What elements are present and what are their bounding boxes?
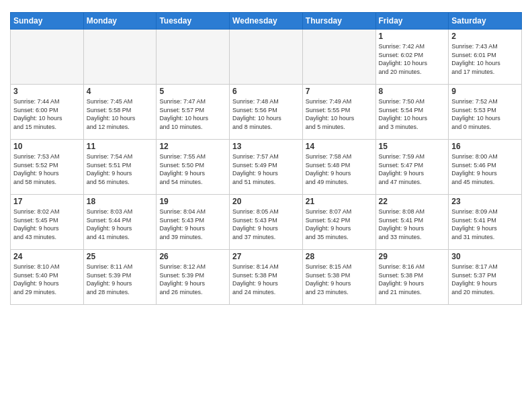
calendar-week-row: 1Sunrise: 7:42 AM Sunset: 6:02 PM Daylig… bbox=[11, 30, 522, 85]
day-number: 10 bbox=[13, 142, 81, 151]
calendar-day: 8Sunrise: 7:50 AM Sunset: 5:54 PM Daylig… bbox=[375, 85, 449, 140]
day-info: Sunrise: 8:08 AM Sunset: 5:41 PM Dayligh… bbox=[379, 208, 446, 241]
day-number: 28 bbox=[306, 252, 373, 261]
day-info: Sunrise: 8:17 AM Sunset: 5:37 PM Dayligh… bbox=[451, 263, 519, 296]
calendar-day: 23Sunrise: 8:09 AM Sunset: 5:41 PM Dayli… bbox=[449, 195, 522, 250]
calendar-day bbox=[11, 30, 84, 85]
page-container: General Blue SundayMondayTuesdayWednesda… bbox=[0, 0, 532, 312]
day-info: Sunrise: 7:42 AM Sunset: 6:02 PM Dayligh… bbox=[379, 42, 446, 76]
weekday-header: Sunday bbox=[11, 13, 84, 30]
day-number: 26 bbox=[159, 252, 226, 261]
day-number: 19 bbox=[159, 197, 226, 206]
day-info: Sunrise: 7:54 AM Sunset: 5:51 PM Dayligh… bbox=[87, 152, 154, 186]
day-info: Sunrise: 8:11 AM Sunset: 5:39 PM Dayligh… bbox=[87, 263, 154, 296]
day-number: 4 bbox=[87, 87, 154, 96]
calendar-day: 21Sunrise: 8:07 AM Sunset: 5:42 PM Dayli… bbox=[302, 195, 375, 250]
day-number: 21 bbox=[306, 197, 373, 206]
day-info: Sunrise: 7:45 AM Sunset: 5:58 PM Dayligh… bbox=[87, 97, 154, 131]
calendar-day: 12Sunrise: 7:55 AM Sunset: 5:50 PM Dayli… bbox=[157, 140, 230, 195]
day-number: 8 bbox=[379, 87, 446, 96]
day-number: 16 bbox=[451, 142, 519, 151]
day-number: 13 bbox=[232, 142, 300, 151]
day-number: 1 bbox=[379, 32, 446, 41]
calendar-day bbox=[230, 30, 303, 85]
day-number: 14 bbox=[306, 142, 373, 151]
day-number: 18 bbox=[87, 197, 154, 206]
weekday-header: Tuesday bbox=[157, 13, 230, 30]
weekday-header: Wednesday bbox=[230, 13, 303, 30]
day-info: Sunrise: 7:52 AM Sunset: 5:53 PM Dayligh… bbox=[451, 97, 519, 131]
day-info: Sunrise: 8:09 AM Sunset: 5:41 PM Dayligh… bbox=[451, 208, 519, 241]
day-number: 22 bbox=[379, 197, 446, 206]
day-info: Sunrise: 8:16 AM Sunset: 5:38 PM Dayligh… bbox=[379, 263, 446, 296]
calendar-day bbox=[83, 30, 157, 85]
calendar-day: 26Sunrise: 8:12 AM Sunset: 5:39 PM Dayli… bbox=[157, 250, 230, 305]
day-info: Sunrise: 8:12 AM Sunset: 5:39 PM Dayligh… bbox=[159, 263, 226, 296]
day-info: Sunrise: 8:14 AM Sunset: 5:38 PM Dayligh… bbox=[232, 263, 300, 296]
calendar-day: 16Sunrise: 8:00 AM Sunset: 5:46 PM Dayli… bbox=[449, 140, 522, 195]
calendar-day: 7Sunrise: 7:49 AM Sunset: 5:55 PM Daylig… bbox=[302, 85, 375, 140]
day-info: Sunrise: 7:55 AM Sunset: 5:50 PM Dayligh… bbox=[159, 152, 226, 186]
weekday-header: Friday bbox=[375, 13, 449, 30]
calendar-day: 22Sunrise: 8:08 AM Sunset: 5:41 PM Dayli… bbox=[375, 195, 449, 250]
calendar-day: 14Sunrise: 7:58 AM Sunset: 5:48 PM Dayli… bbox=[302, 140, 375, 195]
day-number: 5 bbox=[159, 87, 226, 96]
day-number: 23 bbox=[451, 197, 519, 206]
weekday-header: Monday bbox=[83, 13, 157, 30]
calendar-day: 6Sunrise: 7:48 AM Sunset: 5:56 PM Daylig… bbox=[230, 85, 303, 140]
day-number: 6 bbox=[232, 87, 300, 96]
calendar-week-row: 24Sunrise: 8:10 AM Sunset: 5:40 PM Dayli… bbox=[11, 250, 522, 305]
day-info: Sunrise: 7:43 AM Sunset: 6:01 PM Dayligh… bbox=[451, 42, 519, 76]
day-info: Sunrise: 8:03 AM Sunset: 5:44 PM Dayligh… bbox=[87, 208, 154, 241]
calendar-day: 15Sunrise: 7:59 AM Sunset: 5:47 PM Dayli… bbox=[375, 140, 449, 195]
day-number: 30 bbox=[451, 252, 519, 261]
calendar-day: 10Sunrise: 7:53 AM Sunset: 5:52 PM Dayli… bbox=[11, 140, 84, 195]
day-info: Sunrise: 8:02 AM Sunset: 5:45 PM Dayligh… bbox=[13, 208, 81, 241]
day-number: 12 bbox=[159, 142, 226, 151]
day-number: 25 bbox=[87, 252, 154, 261]
calendar-day: 1Sunrise: 7:42 AM Sunset: 6:02 PM Daylig… bbox=[375, 30, 449, 85]
calendar-day: 17Sunrise: 8:02 AM Sunset: 5:45 PM Dayli… bbox=[11, 195, 84, 250]
day-info: Sunrise: 8:10 AM Sunset: 5:40 PM Dayligh… bbox=[13, 263, 81, 296]
day-number: 27 bbox=[232, 252, 300, 261]
day-info: Sunrise: 7:50 AM Sunset: 5:54 PM Dayligh… bbox=[379, 97, 446, 131]
calendar-day: 5Sunrise: 7:47 AM Sunset: 5:57 PM Daylig… bbox=[157, 85, 230, 140]
calendar-day: 28Sunrise: 8:15 AM Sunset: 5:38 PM Dayli… bbox=[302, 250, 375, 305]
calendar-week-row: 3Sunrise: 7:44 AM Sunset: 6:00 PM Daylig… bbox=[11, 85, 522, 140]
day-info: Sunrise: 7:59 AM Sunset: 5:47 PM Dayligh… bbox=[379, 152, 446, 186]
calendar-table: SundayMondayTuesdayWednesdayThursdayFrid… bbox=[10, 12, 522, 305]
calendar-day: 3Sunrise: 7:44 AM Sunset: 6:00 PM Daylig… bbox=[11, 85, 84, 140]
day-number: 11 bbox=[87, 142, 154, 151]
day-number: 2 bbox=[451, 32, 519, 41]
calendar-day: 2Sunrise: 7:43 AM Sunset: 6:01 PM Daylig… bbox=[449, 30, 522, 85]
day-info: Sunrise: 7:47 AM Sunset: 5:57 PM Dayligh… bbox=[159, 97, 226, 131]
day-info: Sunrise: 8:07 AM Sunset: 5:42 PM Dayligh… bbox=[306, 208, 373, 241]
day-info: Sunrise: 7:48 AM Sunset: 5:56 PM Dayligh… bbox=[232, 97, 300, 131]
day-number: 17 bbox=[13, 197, 81, 206]
calendar-day: 25Sunrise: 8:11 AM Sunset: 5:39 PM Dayli… bbox=[83, 250, 157, 305]
day-number: 29 bbox=[379, 252, 446, 261]
day-number: 20 bbox=[232, 197, 300, 206]
day-number: 7 bbox=[306, 87, 373, 96]
day-info: Sunrise: 7:44 AM Sunset: 6:00 PM Dayligh… bbox=[13, 97, 81, 131]
day-info: Sunrise: 8:15 AM Sunset: 5:38 PM Dayligh… bbox=[306, 263, 373, 296]
calendar-day bbox=[302, 30, 375, 85]
weekday-header: Thursday bbox=[302, 13, 375, 30]
calendar-day: 9Sunrise: 7:52 AM Sunset: 5:53 PM Daylig… bbox=[449, 85, 522, 140]
day-info: Sunrise: 8:05 AM Sunset: 5:43 PM Dayligh… bbox=[232, 208, 300, 241]
calendar-week-row: 17Sunrise: 8:02 AM Sunset: 5:45 PM Dayli… bbox=[11, 195, 522, 250]
day-info: Sunrise: 8:00 AM Sunset: 5:46 PM Dayligh… bbox=[451, 152, 519, 186]
calendar-day: 20Sunrise: 8:05 AM Sunset: 5:43 PM Dayli… bbox=[230, 195, 303, 250]
calendar-day: 11Sunrise: 7:54 AM Sunset: 5:51 PM Dayli… bbox=[83, 140, 157, 195]
day-number: 3 bbox=[13, 87, 81, 96]
day-info: Sunrise: 7:53 AM Sunset: 5:52 PM Dayligh… bbox=[13, 152, 81, 186]
calendar-day bbox=[157, 30, 230, 85]
day-number: 9 bbox=[451, 87, 519, 96]
day-info: Sunrise: 7:58 AM Sunset: 5:48 PM Dayligh… bbox=[306, 152, 373, 186]
calendar-day: 13Sunrise: 7:57 AM Sunset: 5:49 PM Dayli… bbox=[230, 140, 303, 195]
day-info: Sunrise: 7:57 AM Sunset: 5:49 PM Dayligh… bbox=[232, 152, 300, 186]
calendar-day: 19Sunrise: 8:04 AM Sunset: 5:43 PM Dayli… bbox=[157, 195, 230, 250]
calendar-week-row: 10Sunrise: 7:53 AM Sunset: 5:52 PM Dayli… bbox=[11, 140, 522, 195]
calendar-day: 18Sunrise: 8:03 AM Sunset: 5:44 PM Dayli… bbox=[83, 195, 157, 250]
calendar-day: 4Sunrise: 7:45 AM Sunset: 5:58 PM Daylig… bbox=[83, 85, 157, 140]
